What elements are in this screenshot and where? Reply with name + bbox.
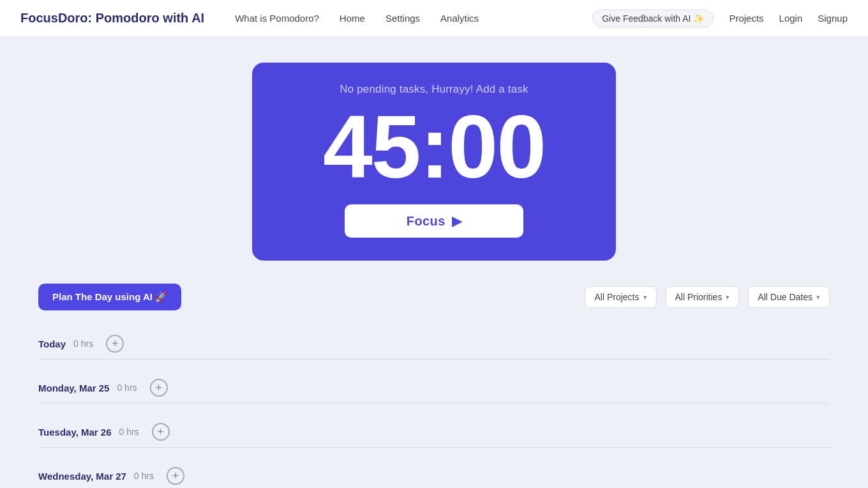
day-hours-today: 0 hrs [73,339,93,349]
filter-due-dates-button[interactable]: All Due Dates ▾ [748,286,830,308]
nav-settings[interactable]: Settings [385,13,420,24]
focus-button[interactable]: Focus ▶ [345,204,523,238]
filter-row: All Projects ▾ All Priorities ▾ All Due … [585,286,830,308]
day-hours-monday: 0 hrs [117,383,137,393]
day-section-wednesday: Wednesday, Mar 27 0 hrs + [38,461,830,488]
filter-projects-button[interactable]: All Projects ▾ [585,286,656,308]
day-label-today: Today [38,339,66,349]
brand-logo[interactable]: FocusDoro: Pomodoro with AI [20,11,204,26]
plan-row: Plan The Day using AI 🚀 All Projects ▾ A… [38,284,830,310]
add-task-wednesday-button[interactable]: + [167,467,184,485]
day-header-today: Today 0 hrs + [38,328,830,360]
plan-day-button[interactable]: Plan The Day using AI 🚀 [38,284,181,310]
nav-projects[interactable]: Projects [729,13,763,24]
feedback-button[interactable]: Give Feedback with AI ✨ [592,10,714,27]
nav-right: Projects Login Signup [729,13,848,24]
filter-due-dates-label: All Due Dates [758,292,812,302]
day-hours-tuesday: 0 hrs [119,427,139,437]
nav-analytics[interactable]: Analytics [440,13,479,24]
day-hours-wednesday: 0 hrs [134,471,154,481]
day-label-wednesday: Wednesday, Mar 27 [38,471,126,482]
focus-play-icon: ▶ [452,213,461,229]
nav-home[interactable]: Home [340,13,365,24]
timer-display: 45:00 [278,102,590,192]
timer-card: No pending tasks, Hurrayy! Add a task 45… [252,63,616,261]
nav-login[interactable]: Login [779,13,803,24]
add-task-monday-button[interactable]: + [150,379,168,397]
nav-links: What is Pomodoro? Home Settings Analytic… [235,13,592,24]
chevron-down-icon: ▾ [726,293,730,301]
chevron-down-icon: ▾ [643,293,647,301]
navbar: FocusDoro: Pomodoro with AI What is Pomo… [0,0,868,37]
add-task-tuesday-button[interactable]: + [152,423,170,441]
day-section-tuesday: Tuesday, Mar 26 0 hrs + [38,416,830,448]
tasks-container: Today 0 hrs + Monday, Mar 25 0 hrs + Tue… [38,328,830,488]
day-header-monday: Monday, Mar 25 0 hrs + [38,372,830,404]
nav-signup[interactable]: Signup [818,13,848,24]
nav-what-is[interactable]: What is Pomodoro? [235,13,319,24]
filter-priorities-label: All Priorities [675,292,722,302]
day-header-wednesday: Wednesday, Mar 27 0 hrs + [38,461,830,488]
main-content: No pending tasks, Hurrayy! Add a task 45… [0,37,868,488]
chevron-down-icon: ▾ [816,293,820,301]
day-header-tuesday: Tuesday, Mar 26 0 hrs + [38,416,830,448]
day-section-today: Today 0 hrs + [38,328,830,360]
filter-projects-label: All Projects [594,292,639,302]
day-label-tuesday: Tuesday, Mar 26 [38,427,112,438]
add-task-today-button[interactable]: + [106,335,124,353]
filter-priorities-button[interactable]: All Priorities ▾ [666,286,740,308]
day-label-monday: Monday, Mar 25 [38,383,109,393]
timer-message: No pending tasks, Hurrayy! Add a task [278,83,590,96]
day-section-monday: Monday, Mar 25 0 hrs + [38,372,830,404]
focus-label: Focus [407,214,445,229]
